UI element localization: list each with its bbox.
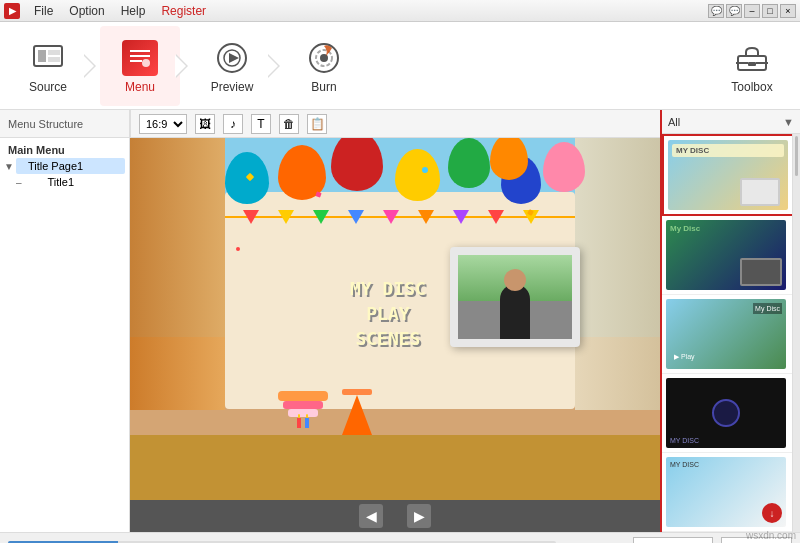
scrollbar-thumb[interactable] [795,136,798,176]
toolbox-label: Toolbox [731,80,772,94]
template-item-1[interactable]: MY DISC [662,134,800,216]
preview-icon [212,38,252,78]
confetti5 [236,247,240,251]
delete-btn[interactable]: 🗑 [279,114,299,134]
svg-rect-4 [130,50,150,52]
menu-help[interactable]: Help [113,4,154,18]
center-second-toolbar: 16:9 🖼 ♪ T 🗑 📋 [130,110,660,138]
template-thumb-1: MY DISC [668,140,788,210]
template-item-2[interactable]: My Disc [662,216,800,295]
svg-point-12 [320,54,328,62]
svg-rect-3 [48,57,60,62]
left-wall [130,138,225,410]
bunting-flag3 [313,210,329,224]
template-list: MY DISC My Disc My Disc ▶ Play [662,134,800,532]
source-icon [28,38,68,78]
burn-label: Burn [311,80,336,94]
balloon-yellow [395,149,440,201]
right-wall [575,138,660,410]
copy-btn[interactable]: 📋 [307,114,327,134]
svg-point-7 [142,59,150,67]
svg-marker-10 [229,53,239,63]
content-area: Menu Structure Main Menu ▼ Title Page1 –… [0,110,800,532]
canvas-main[interactable]: MY DISC PLAY SCENES [130,138,660,500]
tree-title1-row: – Title1 [4,174,125,190]
ratio-select[interactable]: 16:9 [139,114,187,134]
cake-layer2 [283,401,323,409]
svg-rect-16 [736,62,748,64]
video-thumbnail [450,247,580,347]
cake-layer1 [278,391,328,401]
menu-bar: File Option Help Register [26,4,214,18]
balloon-red [331,138,383,191]
tree-item-titlepage1[interactable]: Title Page1 [16,158,125,174]
btn-win-minimize[interactable]: – [744,4,760,18]
menu-label: Menu [125,80,155,94]
disc-visual [712,399,740,427]
person-body [500,284,530,339]
template-thumb-4: MY DISC [666,378,786,448]
source-label: Source [29,80,67,94]
preview-label: Preview [211,80,254,94]
toolbar-toolbox[interactable]: Toolbox [712,26,792,106]
tree-item-mainmenu[interactable]: Main Menu [4,142,125,158]
hat-shape [342,395,372,435]
disc-select[interactable]: DVD (4.7G) [633,537,713,544]
tree-title-page1-row: ▼ Title Page1 [4,158,125,174]
toolbar-preview[interactable]: Preview [192,26,272,106]
nav-prev[interactable]: ◀ [359,504,383,528]
btn-chat[interactable]: 💬 [726,4,742,18]
template-item-5[interactable]: MY DISC ↓ [662,453,800,532]
bunting-line [225,210,575,218]
candles [278,418,328,428]
menu-arrow [176,54,188,78]
candle1 [297,418,301,428]
person-container [458,255,572,339]
template-item-4[interactable]: MY DISC [662,374,800,453]
btn-win-close[interactable]: × [780,4,796,18]
template-item-3[interactable]: My Disc ▶ Play [662,295,800,374]
video-person [458,255,572,339]
nav-arrows: ◀ ▶ [130,500,660,532]
toolbar-menu[interactable]: Menu [100,26,180,106]
toolbar-burn[interactable]: Burn [284,26,364,106]
bunting-flag4 [348,210,364,224]
image-btn[interactable]: 🖼 [195,114,215,134]
disc-text: MY DISC PLAY SCENES [350,276,426,352]
main-toolbar: Source Menu Preview [0,22,800,110]
music-btn[interactable]: ♪ [223,114,243,134]
download-icon: ↓ [762,503,782,523]
party-hat [342,395,372,435]
menu-file[interactable]: File [26,4,61,18]
title-bar: ▶ File Option Help Register 💬 💬 – □ × [0,0,800,22]
bunting-flag7 [453,210,469,224]
svg-rect-2 [48,50,60,55]
menu-icon [120,38,160,78]
watermark: wsxdn.com [746,530,796,541]
template-thumb-5: MY DISC ↓ [666,457,786,527]
source-arrow [84,54,96,78]
center-section: 16:9 🖼 ♪ T 🗑 📋 [130,110,660,532]
btn-win-maximize[interactable]: □ [762,4,778,18]
btn-minimize[interactable]: 💬 [708,4,724,18]
cake-layer3 [288,409,318,417]
tree-view: Main Menu ▼ Title Page1 – Title1 [0,138,129,194]
right-scrollbar[interactable] [792,134,800,532]
nav-next[interactable]: ▶ [407,504,431,528]
text-btn[interactable]: T [251,114,271,134]
dropdown-arrow[interactable]: ▼ [783,116,794,128]
candle2 [305,418,309,428]
hat-brim [342,389,372,395]
left-panel: Menu Structure Main Menu ▼ Title Page1 –… [0,110,130,532]
tree-item-title1[interactable]: Title1 [24,174,125,190]
title-bar-controls: 💬 💬 – □ × [708,4,796,18]
toolbar-source[interactable]: Source [8,26,88,106]
cake-decoration [278,391,328,428]
menu-structure-label: Menu Structure [8,118,83,130]
expand-icon[interactable]: ▼ [4,161,14,172]
bunting-flag8 [488,210,504,224]
scene-background: MY DISC PLAY SCENES [130,138,660,500]
balloon-green [448,138,490,188]
menu-register[interactable]: Register [153,4,214,18]
menu-option[interactable]: Option [61,4,112,18]
